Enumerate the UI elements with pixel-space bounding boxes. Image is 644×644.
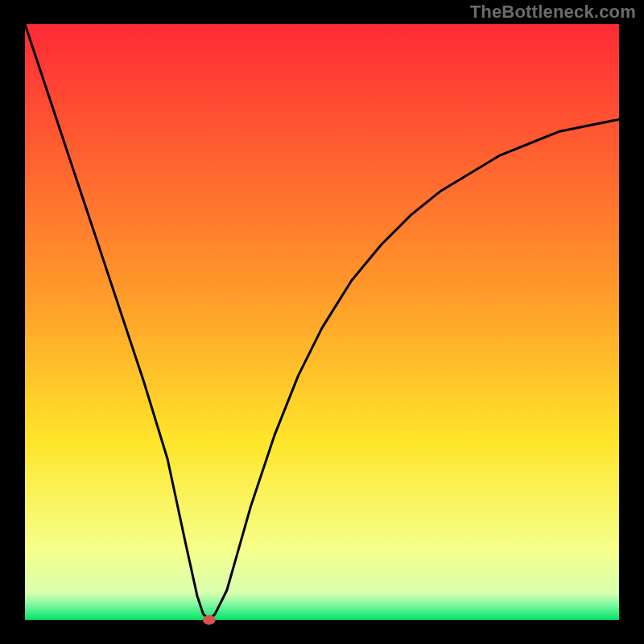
optimal-point-marker bbox=[203, 615, 216, 625]
attribution-text: TheBottleneck.com bbox=[470, 2, 636, 23]
chart-frame: { "attribution": "TheBottleneck.com", "c… bbox=[0, 0, 644, 644]
plot-background bbox=[25, 24, 619, 620]
chart-canvas bbox=[0, 0, 644, 644]
